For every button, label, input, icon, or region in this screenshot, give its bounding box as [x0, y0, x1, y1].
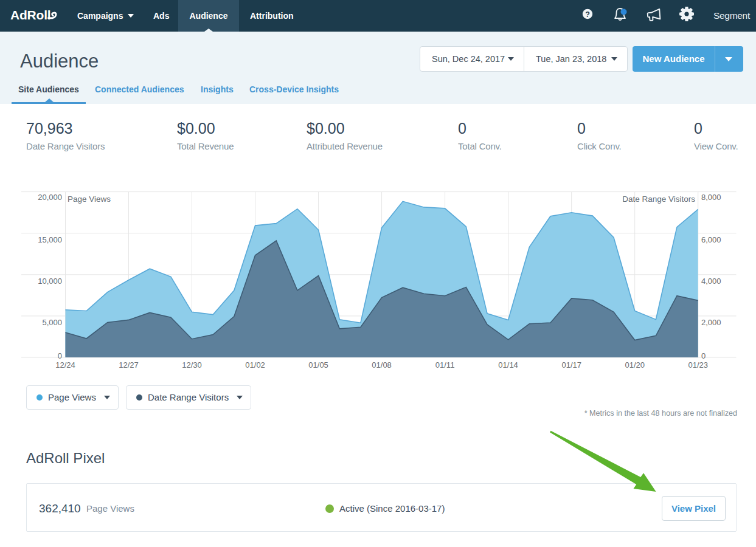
svg-text:Date Range Visitors: Date Range Visitors	[622, 194, 695, 204]
svg-text:12/27: 12/27	[119, 360, 139, 370]
svg-text:01/02: 01/02	[245, 360, 265, 370]
svg-text:01/17: 01/17	[561, 360, 581, 370]
svg-text:15,000: 15,000	[38, 235, 62, 244]
svg-text:0: 0	[701, 351, 706, 360]
svg-text:01/14: 01/14	[498, 360, 518, 370]
svg-text:01/05: 01/05	[308, 360, 328, 370]
svg-text:10,000: 10,000	[38, 277, 62, 286]
svg-text:20,000: 20,000	[38, 193, 62, 202]
svg-text:5,000: 5,000	[42, 318, 62, 327]
svg-text:Page Views: Page Views	[68, 194, 111, 204]
svg-text:12/24: 12/24	[55, 360, 75, 370]
svg-text:01/11: 01/11	[435, 360, 455, 370]
svg-text:4,000: 4,000	[701, 277, 721, 286]
svg-text:2,000: 2,000	[701, 318, 721, 327]
svg-text:01/20: 01/20	[625, 360, 645, 370]
svg-text:0: 0	[58, 351, 62, 360]
svg-text:8,000: 8,000	[701, 193, 721, 202]
svg-text:12/30: 12/30	[182, 360, 202, 370]
svg-text:01/23: 01/23	[688, 360, 708, 370]
svg-text:01/08: 01/08	[372, 360, 392, 370]
svg-text:6,000: 6,000	[701, 235, 721, 244]
